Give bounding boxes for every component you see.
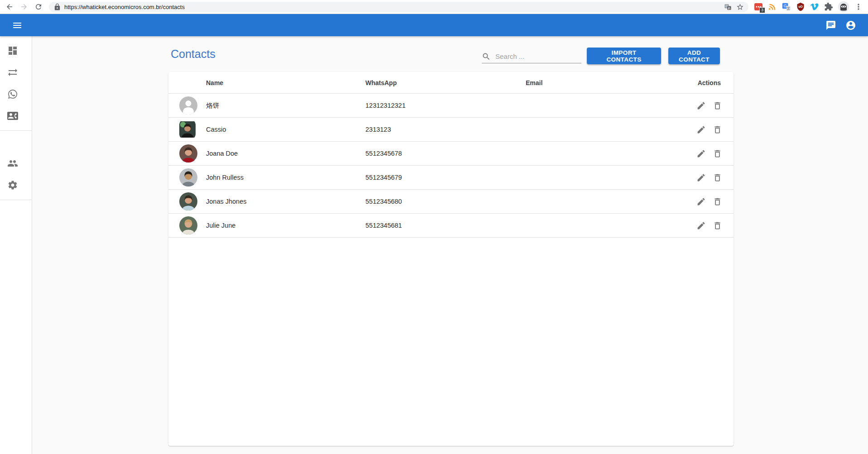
browser-profile-avatar[interactable] (838, 1, 849, 12)
search-input[interactable] (495, 53, 572, 60)
page-title: Contacts (171, 48, 216, 61)
edit-pencil-icon (696, 101, 706, 110)
contact-whatsapp: 12312312321 (365, 102, 526, 109)
table-row: Jonas Jhones 5512345680 (168, 190, 734, 214)
sidebar-item-users[interactable] (0, 153, 32, 174)
import-contacts-button[interactable]: IMPORT CONTACTS (587, 48, 661, 64)
delete-contact-button[interactable] (711, 124, 723, 135)
back-icon[interactable] (4, 1, 15, 13)
contacts-card-icon (7, 110, 18, 121)
edit-contact-button[interactable] (695, 220, 707, 231)
contacts-table-card: Name WhatsApp Email Actions (168, 72, 734, 446)
settings-gear-icon (7, 180, 18, 191)
browser-menu-kebab-icon[interactable] (854, 2, 863, 11)
delete-contact-button[interactable] (711, 100, 723, 111)
menu-hamburger-icon[interactable] (7, 15, 27, 35)
table-row: 烙饼 12312312321 (168, 94, 734, 118)
delete-trash-icon (713, 149, 722, 158)
vimeo-extension-icon[interactable] (810, 2, 819, 11)
forward-icon[interactable] (18, 1, 30, 13)
translate-page-icon[interactable]: G あ (724, 3, 732, 11)
edit-contact-button[interactable] (695, 148, 707, 159)
delete-contact-button[interactable] (711, 196, 723, 207)
avatar (179, 216, 197, 234)
table-row: Julie June 5512345681 (168, 214, 734, 238)
screen: https://whaticket.economicros.com.br/con… (0, 0, 868, 454)
extensions-row: 3 G 文 uO (754, 1, 863, 12)
account-circle-icon[interactable] (841, 15, 861, 35)
contact-name: Julie June (206, 222, 365, 229)
dashboard-icon (7, 45, 18, 56)
sidebar-item-dashboard[interactable] (0, 40, 32, 62)
reload-icon[interactable] (33, 1, 44, 13)
search-field (482, 50, 581, 63)
chat-icon[interactable] (821, 15, 841, 35)
edit-contact-button[interactable] (695, 196, 707, 207)
sidebar-divider (0, 130, 32, 131)
red-extension-icon[interactable]: 3 (754, 2, 763, 11)
svg-text:uO: uO (798, 5, 802, 8)
whatsapp-icon (7, 89, 18, 100)
browser-toolbar: https://whaticket.economicros.com.br/con… (0, 0, 868, 14)
delete-contact-button[interactable] (711, 172, 723, 183)
edit-contact-button[interactable] (695, 124, 707, 135)
delete-trash-icon (713, 125, 722, 134)
svg-text:G: G (784, 4, 787, 8)
add-contact-button[interactable]: ADD CONTACT (668, 48, 720, 64)
delete-trash-icon (713, 173, 722, 182)
app-bar (0, 14, 868, 36)
svg-text:文: 文 (786, 6, 790, 10)
header-actions: Actions (695, 79, 723, 86)
ublock-extension-icon[interactable]: uO (796, 2, 805, 11)
header-name: Name (206, 79, 365, 86)
sidebar-item-tickets[interactable] (0, 83, 32, 105)
table-row: Cassio 2313123 (168, 118, 734, 142)
avatar (179, 168, 197, 186)
main-content: Contacts IMPORT CONTACTS ADD CONTACT Nam… (32, 36, 868, 454)
avatar (179, 192, 197, 210)
lock-icon (53, 3, 61, 11)
edit-pencil-icon (696, 173, 706, 182)
contact-whatsapp: 5512345679 (365, 174, 526, 181)
sidebar-item-connections[interactable] (0, 62, 32, 83)
contact-whatsapp: 5512345678 (365, 150, 526, 157)
contact-name: Joana Doe (206, 150, 365, 157)
sidebar-item-settings[interactable] (0, 174, 32, 196)
edit-pencil-icon (696, 149, 706, 158)
users-people-icon (7, 158, 18, 169)
delete-contact-button[interactable] (711, 148, 723, 159)
contact-name: 烙饼 (206, 101, 365, 110)
delete-contact-button[interactable] (711, 220, 723, 231)
contact-name: John Rulless (206, 174, 365, 181)
edit-pencil-icon (696, 197, 706, 206)
sidebar (0, 36, 32, 454)
extensions-puzzle-icon[interactable] (824, 2, 833, 11)
sidebar-item-contacts[interactable] (0, 105, 32, 127)
url-text: https://whaticket.economicros.com.br/con… (64, 4, 719, 10)
address-bar[interactable]: https://whaticket.economicros.com.br/con… (49, 2, 748, 12)
edit-contact-button[interactable] (695, 100, 707, 111)
connections-swap-icon (7, 67, 18, 78)
contact-whatsapp: 5512345681 (365, 222, 526, 229)
bookmark-star-icon[interactable] (736, 3, 744, 11)
translate-extension-icon[interactable]: G 文 (782, 2, 791, 11)
avatar (179, 119, 196, 139)
contact-name: Jonas Jhones (206, 198, 365, 205)
table-row: John Rulless 5512345679 (168, 166, 734, 190)
sidebar-divider-bottom (0, 200, 32, 200)
delete-trash-icon (713, 221, 722, 230)
extension-badge: 3 (759, 7, 765, 13)
contact-whatsapp: 2313123 (365, 126, 526, 133)
search-icon (482, 52, 491, 61)
avatar (179, 96, 197, 115)
delete-trash-icon (713, 197, 722, 206)
svg-text:あ: あ (728, 6, 731, 10)
header-whatsapp: WhatsApp (365, 79, 526, 86)
edit-pencil-icon (696, 221, 706, 230)
rss-extension-icon[interactable] (768, 2, 777, 11)
edit-contact-button[interactable] (695, 172, 707, 183)
contact-whatsapp: 5512345680 (365, 198, 526, 205)
delete-trash-icon (713, 101, 722, 110)
table-header-row: Name WhatsApp Email Actions (168, 72, 734, 94)
avatar (179, 144, 197, 162)
